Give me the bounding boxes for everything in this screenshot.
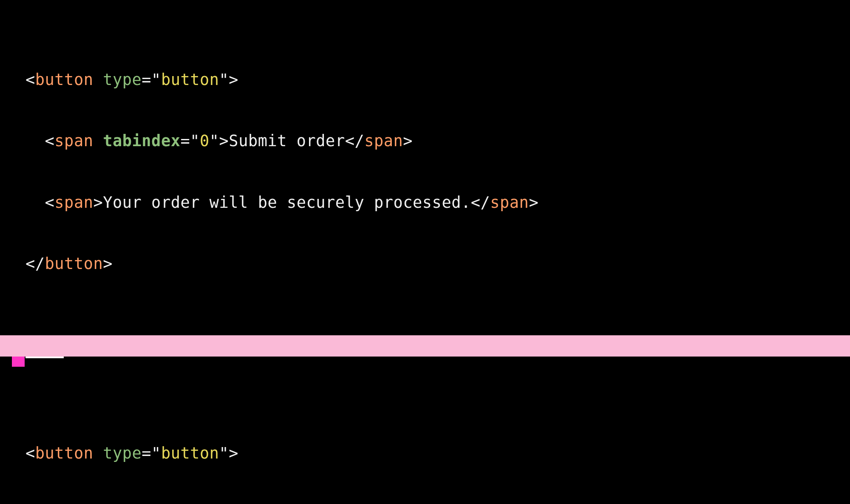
bracket: < — [45, 132, 55, 150]
attr-value: 0 — [200, 132, 210, 150]
code-line: <span>Your order will be securely proces… — [26, 187, 824, 218]
indent — [26, 193, 45, 212]
bracket: </ — [471, 193, 490, 212]
attr-name: type — [103, 444, 142, 462]
code-line: <span tabindex="0">Submit order</span> — [26, 126, 824, 156]
separator-bar-pink — [0, 335, 850, 357]
equals: = — [142, 444, 151, 462]
tag-name: button — [35, 444, 94, 462]
bracket: > — [529, 193, 538, 212]
separator-underline — [26, 357, 64, 358]
quote: " — [210, 132, 219, 150]
dont-marker-icon — [12, 357, 25, 367]
code-example-do: <button type="button"> <span>Submit orde… — [0, 357, 850, 504]
tag-name: button — [45, 255, 103, 273]
inner-text: Your order will be securely processed. — [103, 193, 470, 212]
quote: " — [219, 444, 229, 462]
attr-value: button — [161, 71, 219, 89]
bracket: </ — [26, 255, 45, 273]
indent — [26, 132, 45, 150]
bracket: > — [93, 193, 103, 212]
attr-name: type — [103, 71, 142, 89]
quote: " — [151, 71, 161, 89]
bracket: > — [403, 132, 413, 150]
bracket: > — [103, 255, 113, 273]
code-line: <button type="button"> — [26, 65, 824, 95]
tag-name: span — [364, 132, 403, 150]
attr-value: button — [161, 444, 219, 462]
tag-name: span — [54, 132, 93, 150]
quote: " — [219, 71, 229, 89]
equals: = — [142, 71, 151, 89]
bracket: > — [229, 444, 238, 462]
bracket: > — [229, 71, 238, 89]
space — [93, 444, 103, 462]
bracket: </ — [345, 132, 365, 150]
bracket: < — [26, 444, 35, 462]
tag-name: button — [35, 71, 94, 89]
code-example-dont: <button type="button"> <span tabindex="0… — [0, 0, 850, 335]
tag-name: span — [54, 193, 93, 212]
code-line: </button> — [26, 249, 824, 279]
code-line: <button type="button"> — [26, 438, 824, 469]
space — [93, 71, 103, 89]
bracket: < — [45, 193, 55, 212]
code-line: <span>Submit order</span> — [26, 500, 824, 504]
quote: " — [151, 444, 161, 462]
tag-name: span — [490, 193, 529, 212]
inner-text: Submit order — [229, 132, 345, 150]
attr-name-tabindex: tabindex — [103, 132, 180, 150]
separator-dont — [0, 335, 850, 357]
space — [93, 132, 103, 150]
bracket: < — [26, 71, 35, 89]
bracket: > — [219, 132, 229, 150]
quote: " — [190, 132, 200, 150]
equals: = — [180, 132, 190, 150]
